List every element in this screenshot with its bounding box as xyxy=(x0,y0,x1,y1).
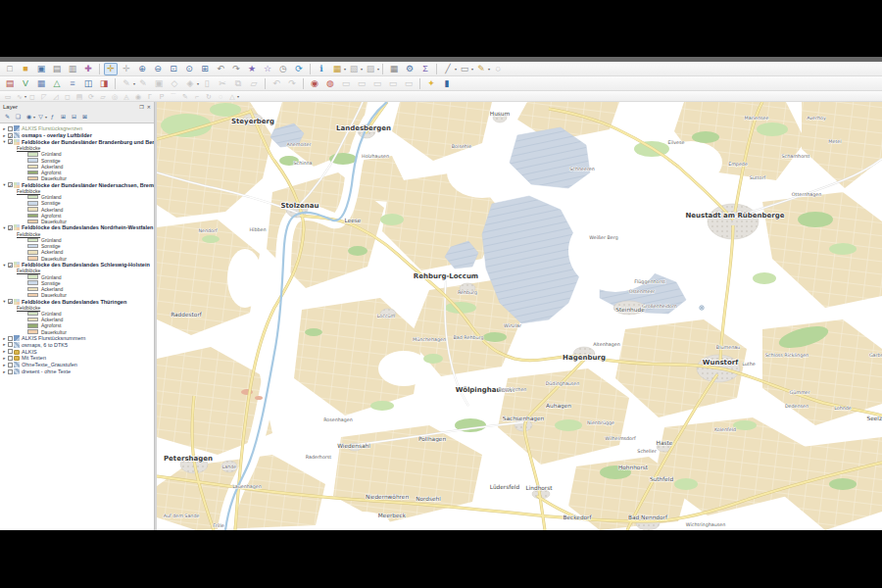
identify-features-button[interactable]: ℹ xyxy=(315,63,328,75)
delete-selected-button[interactable]: ▯ xyxy=(200,77,214,90)
delete-ring-button[interactable]: Γ xyxy=(145,92,155,101)
layer-name[interactable]: ALKIS xyxy=(22,349,37,355)
new-print-layout-button[interactable]: ▤ xyxy=(50,63,64,75)
layer-name[interactable]: ALKIS Flurstücksgrenzen xyxy=(22,125,82,131)
toggle-editing-button[interactable]: ✎ xyxy=(136,77,150,90)
layer-name[interactable]: osmaps - overlay Luftbilder xyxy=(22,132,92,138)
add-polygon-feature-button[interactable]: ◇ xyxy=(168,77,181,90)
layer-checkbox[interactable]: ✓ xyxy=(8,133,13,138)
dropdown-arrow-icon[interactable]: ▾ xyxy=(237,94,239,99)
layout-manager-button[interactable]: ▥ xyxy=(66,63,79,75)
filter-legend-by-expression-button[interactable]: ƒ xyxy=(48,113,57,122)
manage-map-themes-button[interactable]: ◉ xyxy=(24,113,33,122)
temporal-controller-button[interactable]: ◷ xyxy=(276,63,290,75)
layer-checkbox[interactable]: ✓ xyxy=(8,263,13,268)
open-layer-styling-panel-button[interactable]: ✎ xyxy=(3,113,12,122)
layer-name[interactable]: Mit Texten xyxy=(22,355,46,361)
dropdown-arrow-icon[interactable]: ▾ xyxy=(361,67,363,72)
zoom-out-button[interactable]: ⊖ xyxy=(151,63,165,75)
collapse-all-button[interactable]: ⊟ xyxy=(70,113,78,122)
collapse-icon[interactable]: ▾ xyxy=(2,139,7,144)
expand-icon[interactable]: ▸ xyxy=(2,356,7,361)
expand-icon[interactable]: ▸ xyxy=(2,336,7,341)
zoom-next-button[interactable]: ↷ xyxy=(229,63,243,75)
map-tips-button[interactable]: ▭ xyxy=(458,63,471,75)
collapse-icon[interactable]: ▾ xyxy=(2,182,7,187)
cad-tools-button[interactable]: △ xyxy=(227,92,237,101)
dropdown-arrow-icon[interactable]: ▾ xyxy=(471,67,473,72)
dropdown-arrow-icon[interactable]: ▾ xyxy=(45,115,47,120)
expand-icon[interactable]: ▸ xyxy=(2,133,7,138)
digitize-with-segment-button[interactable]: ▭ xyxy=(3,92,13,101)
layer-name[interactable]: Feldblöcke des Bundeslandes Thüringen xyxy=(22,299,126,305)
layer-group-item[interactable]: ▸ALKIS xyxy=(0,348,154,355)
dropdown-arrow-icon[interactable]: ▾ xyxy=(488,67,490,72)
style-manager-button[interactable]: ✚ xyxy=(81,63,95,75)
cut-features-button[interactable]: ✂ xyxy=(216,77,229,90)
reshape-features-button[interactable]: ◻ xyxy=(27,92,37,101)
dropdown-arrow-icon[interactable]: ▾ xyxy=(133,81,135,86)
layer-tree-item[interactable]: ▾✓Feldblöcke des Bundeslandes Schleswig-… xyxy=(0,262,154,269)
map-canvas[interactable]: SteyerbergLandesbergenStolzenauNeustadt … xyxy=(157,102,882,530)
python-console-button[interactable]: ✦ xyxy=(424,77,438,90)
select-by-expression-button[interactable]: ▨ xyxy=(364,63,377,75)
zoom-last-button[interactable]: ↶ xyxy=(214,63,227,75)
processing-toolbox-button[interactable]: ⚙ xyxy=(403,63,416,75)
layer-checkbox[interactable]: ✓ xyxy=(8,225,13,230)
expand-icon[interactable]: ▸ xyxy=(2,369,7,374)
rotate-point-symbols-button[interactable]: ↻ xyxy=(204,92,214,101)
collapse-icon[interactable]: ▾ xyxy=(2,299,7,304)
layer-checkbox[interactable]: ✓ xyxy=(8,182,13,187)
dropdown-arrow-icon[interactable]: ▾ xyxy=(197,81,199,86)
layer-tree-item[interactable]: ▸OhneTexte_Graustufen xyxy=(0,362,154,368)
dropdown-arrow-icon[interactable]: ▾ xyxy=(24,94,26,99)
vertex-tool-button[interactable]: ◈ xyxy=(183,77,197,90)
copy-features-button[interactable]: ⧉ xyxy=(231,77,245,90)
add-wms-layer-button[interactable]: ◨ xyxy=(97,77,111,90)
stream-digitizing-button[interactable]: ∿ xyxy=(15,92,24,101)
add-mesh-layer-button[interactable]: △ xyxy=(50,77,64,90)
open-project-button[interactable]: ■ xyxy=(19,63,32,75)
layer-name[interactable]: dresent - ohne Texte xyxy=(22,368,71,374)
paste-features-button[interactable]: ▱ xyxy=(247,77,261,90)
add-part-button[interactable]: ◬ xyxy=(122,92,131,101)
save-layer-edits-button[interactable]: ▣ xyxy=(152,77,166,90)
redo-button[interactable]: ↷ xyxy=(285,77,299,90)
rotate-feature-button[interactable]: ⟳ xyxy=(86,92,96,101)
layer-group-item[interactable]: ▸Mit Texten xyxy=(0,355,154,362)
layer-checkbox[interactable] xyxy=(8,363,13,368)
highlight-pinned-labels-button[interactable]: ▭ xyxy=(355,77,368,90)
expand-icon[interactable]: ▸ xyxy=(2,342,7,347)
layer-tree-item[interactable]: ▸✓osmaps - overlay Luftbilder xyxy=(0,132,154,139)
undo-button[interactable]: ↶ xyxy=(270,77,283,90)
split-parts-button[interactable]: ◿ xyxy=(51,92,61,101)
layer-tree-item[interactable]: ▾✓Feldblöcke der Bundesländer Niedersach… xyxy=(0,181,154,188)
search-plugin-button[interactable]: ◉ xyxy=(308,77,321,90)
layer-checkbox[interactable] xyxy=(8,369,13,374)
layer-name[interactable]: Feldblöcke der Bundesländer Niedersachse… xyxy=(22,182,154,188)
show-hidden-labels-button[interactable]: ▭ xyxy=(370,77,384,90)
deselect-features-button[interactable]: ▧ xyxy=(347,63,361,75)
quickmapservices-button[interactable]: ◍ xyxy=(323,77,337,90)
current-edits-button[interactable]: ✎ xyxy=(120,77,133,90)
add-delimited-text-layer-button[interactable]: ≡ xyxy=(66,77,79,90)
layer-name[interactable]: OhneTexte_Graustufen xyxy=(22,362,77,368)
layer-tree-item[interactable]: ▸ALKIS Flurstücksgrenzen xyxy=(0,125,154,132)
add-postgis-layer-button[interactable]: ◫ xyxy=(81,77,95,90)
filter-legend-button[interactable]: ▽ xyxy=(36,113,45,122)
add-raster-layer-button[interactable]: ▦ xyxy=(34,77,48,90)
dropdown-arrow-icon[interactable]: ▾ xyxy=(455,67,457,72)
dropdown-arrow-icon[interactable]: ▾ xyxy=(377,67,379,72)
offset-curve-button[interactable]: ⌒ xyxy=(169,92,178,101)
zoom-full-button[interactable]: ⊡ xyxy=(167,63,180,75)
metasearch-button[interactable]: ◌ xyxy=(491,63,505,75)
layer-checkbox[interactable]: ✓ xyxy=(8,139,13,144)
statistics-panel-button[interactable]: Σ xyxy=(418,63,432,75)
expand-icon[interactable]: ▸ xyxy=(2,363,7,368)
layer-tree-item[interactable]: ▾✓Feldblöcke der Bundesländer Brandenbur… xyxy=(0,139,154,146)
float-panel-icon[interactable]: ❐ xyxy=(139,104,143,110)
fill-ring-button[interactable]: ◉ xyxy=(133,92,143,101)
simplify-feature-button[interactable]: ▱ xyxy=(98,92,108,101)
zoom-to-layer-button[interactable]: ⊞ xyxy=(198,63,212,75)
merge-features-button[interactable]: ◻ xyxy=(63,92,73,101)
